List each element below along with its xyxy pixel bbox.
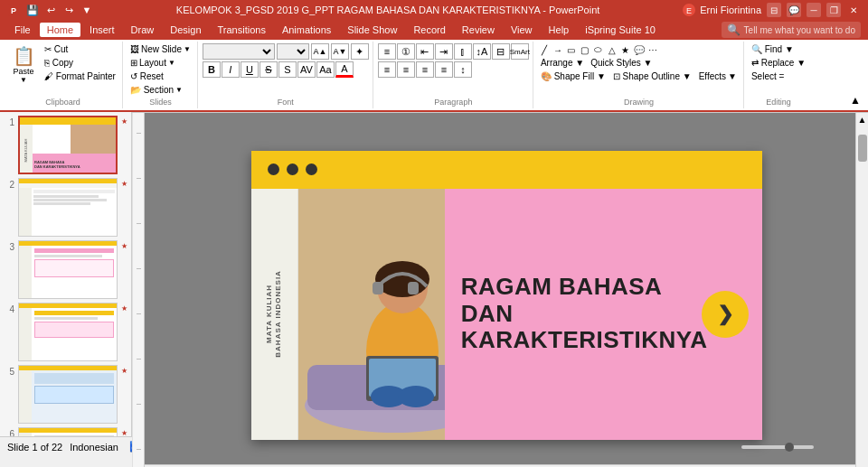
arrange-button[interactable]: Arrange ▼ xyxy=(538,57,587,69)
menu-insert[interactable]: Insert xyxy=(82,23,122,37)
scroll-track[interactable] xyxy=(856,126,868,464)
zoom-handle[interactable] xyxy=(785,443,794,452)
text-direction-button[interactable]: ↕A xyxy=(473,43,491,60)
menu-ispring[interactable]: iSpring Suite 10 xyxy=(578,23,663,37)
numbering-button[interactable]: ① xyxy=(397,43,415,60)
paste-button[interactable]: 📋 Paste ▼ xyxy=(7,43,40,86)
format-painter-button[interactable]: 🖌 Format Painter xyxy=(42,70,118,82)
select-label: Select = xyxy=(751,71,784,81)
scroll-thumb[interactable] xyxy=(858,135,867,162)
undo-icon[interactable]: ↩ xyxy=(43,3,58,17)
decrease-indent-button[interactable]: ⇤ xyxy=(416,43,434,60)
strikethrough-button[interactable]: S xyxy=(259,61,278,78)
slide-item-3[interactable]: 3 ★ xyxy=(4,240,127,299)
shape-fill-button[interactable]: 🎨 Shape Fill ▼ xyxy=(538,70,609,82)
menu-view[interactable]: View xyxy=(504,23,540,37)
line-spacing-button[interactable]: ↕ xyxy=(454,61,472,78)
increase-indent-button[interactable]: ⇥ xyxy=(435,43,453,60)
rounded-rect-shape[interactable]: ▢ xyxy=(579,43,591,56)
char-spacing-button[interactable]: AV xyxy=(297,61,316,78)
close-button[interactable]: ✕ xyxy=(846,3,861,17)
arrow-button[interactable]: ❯ xyxy=(702,291,749,338)
cut-button[interactable]: ✂ Cut xyxy=(42,43,118,55)
font-family-select[interactable] xyxy=(203,43,275,60)
clear-format-button[interactable]: ✦ xyxy=(351,43,369,60)
save-icon[interactable]: 💾 xyxy=(25,3,40,17)
star-shape[interactable]: ★ xyxy=(619,43,632,56)
slide-item-4[interactable]: 4 ★ xyxy=(4,303,127,361)
bullets-button[interactable]: ≡ xyxy=(378,43,396,60)
slide-item-2[interactable]: 2 ★ xyxy=(4,178,127,237)
search-bar[interactable]: 🔍 Tell me what you want to do xyxy=(722,22,861,38)
rect-shape[interactable]: ▭ xyxy=(565,43,578,56)
canvas-area[interactable]: MATA KULIAH BAHASA INDONESIA xyxy=(145,113,868,467)
layout-button[interactable]: ⊞Layout▼ xyxy=(127,57,178,69)
menu-record[interactable]: Record xyxy=(406,23,452,37)
more-shapes[interactable]: ⋯ xyxy=(646,43,659,56)
justify-button[interactable]: ≡ xyxy=(435,61,453,78)
slide-number-1: 1 xyxy=(4,116,14,127)
menu-home[interactable]: Home xyxy=(40,23,80,37)
menu-help[interactable]: Help xyxy=(542,23,577,37)
arrow-shape[interactable]: → xyxy=(552,43,564,56)
callout-shape[interactable]: 💬 xyxy=(633,43,646,56)
restore-button[interactable]: ❐ xyxy=(826,3,841,17)
increase-font-button[interactable]: A▲ xyxy=(311,43,329,60)
ribbon-group-slides: 🖼New Slide▼ ⊞Layout▼ ↺ Reset 📂 Section ▼… xyxy=(124,42,198,108)
collapse-ribbon-button[interactable]: ▲ xyxy=(846,92,864,108)
align-text-button[interactable]: ⊟ xyxy=(492,43,510,60)
columns-button[interactable]: ⫿ xyxy=(454,43,472,60)
slide-item-6[interactable]: 6 ★ xyxy=(4,427,127,436)
shape-outline-button[interactable]: ⊡ Shape Outline ▼ xyxy=(610,70,694,82)
italic-button[interactable]: I xyxy=(222,61,240,78)
copy-button[interactable]: ⎘ Copy xyxy=(42,57,118,69)
slide-item-5[interactable]: 5 ★ xyxy=(4,365,127,424)
menu-design[interactable]: Design xyxy=(163,23,208,37)
menu-file[interactable]: File xyxy=(7,23,38,37)
title-bar-left: P 💾 ↩ ↪ ▼ xyxy=(7,3,94,17)
center-button[interactable]: ≡ xyxy=(397,61,415,78)
font-color-button[interactable]: A xyxy=(335,61,354,78)
decrease-font-button[interactable]: A▼ xyxy=(331,43,349,60)
find-button[interactable]: 🔍 Find ▼ xyxy=(749,43,797,55)
ribbon-collapse-button[interactable]: ⊟ xyxy=(767,3,781,17)
scroll-up-button[interactable]: ▲ xyxy=(856,113,869,126)
change-case-button[interactable]: Aa xyxy=(316,61,335,78)
select-button[interactable]: Select = xyxy=(749,70,787,82)
replace-button[interactable]: ⇄ Replace ▼ xyxy=(749,57,808,69)
slide-thumb-3[interactable] xyxy=(18,240,118,299)
minimize-button[interactable]: ─ xyxy=(807,3,821,17)
quick-styles-button[interactable]: Quick Styles ▼ xyxy=(588,57,655,69)
underline-button[interactable]: U xyxy=(241,61,259,78)
redo-icon[interactable]: ↪ xyxy=(61,3,76,17)
slide-item-1[interactable]: 1 MATA KULIAH RAGAM BAHASADAN KARAKTERIS… xyxy=(4,116,127,174)
zoom-slider[interactable] xyxy=(741,445,814,449)
menu-review[interactable]: Review xyxy=(455,23,502,37)
font-size-select[interactable] xyxy=(277,43,309,60)
bold-button[interactable]: B xyxy=(203,61,221,78)
slide-thumb-4[interactable] xyxy=(18,303,118,361)
vertical-scrollbar[interactable]: ▲ ▼ xyxy=(855,113,868,467)
menu-draw[interactable]: Draw xyxy=(124,23,162,37)
slide-thumb-2[interactable] xyxy=(18,178,118,237)
menu-animations[interactable]: Animations xyxy=(275,23,338,37)
shadow-button[interactable]: S xyxy=(278,61,297,78)
shape-effects-button[interactable]: Effects▼ xyxy=(696,70,740,82)
reset-button[interactable]: ↺ Reset xyxy=(127,70,166,82)
slide-thumb-5[interactable] xyxy=(18,365,118,424)
feedback-button[interactable]: 💬 xyxy=(787,3,801,17)
line-shape[interactable]: ╱ xyxy=(538,43,551,56)
slide-thumb-6[interactable] xyxy=(18,427,118,436)
menu-slideshow[interactable]: Slide Show xyxy=(340,23,404,37)
new-slide-button[interactable]: 🖼New Slide▼ xyxy=(127,43,193,55)
svg-text:P: P xyxy=(11,6,16,15)
customize-icon[interactable]: ▼ xyxy=(80,3,94,17)
align-right-button[interactable]: ≡ xyxy=(416,61,434,78)
menu-transitions[interactable]: Transitions xyxy=(211,23,273,37)
oval-shape[interactable]: ⬭ xyxy=(592,43,605,56)
slide-thumb-1[interactable]: MATA KULIAH RAGAM BAHASADAN KARAKTERISTI… xyxy=(18,116,118,174)
smartart-button[interactable]: SmArt xyxy=(511,43,529,60)
section-button[interactable]: 📂 Section ▼ xyxy=(127,84,185,96)
align-left-button[interactable]: ≡ xyxy=(378,61,396,78)
triangle-shape[interactable]: △ xyxy=(606,43,618,56)
